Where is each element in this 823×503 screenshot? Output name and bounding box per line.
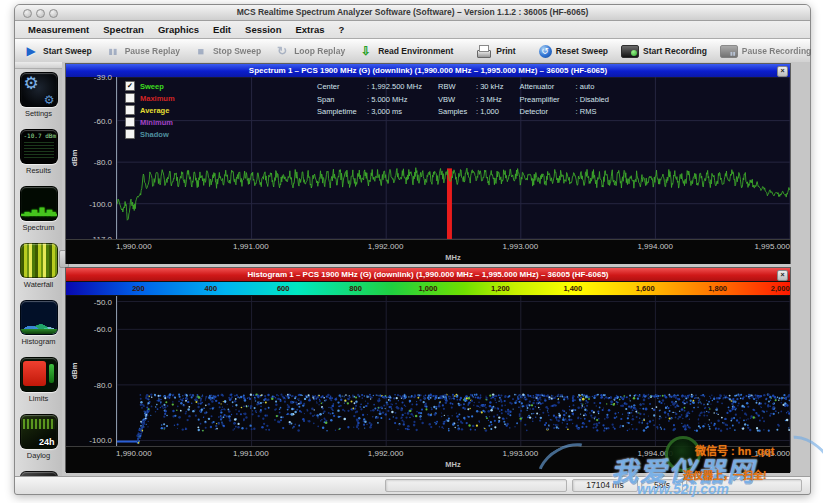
x-tick-label: 1,990.000: [116, 242, 152, 251]
info-row: Detector: RMS: [520, 106, 609, 119]
start-recording-icon: [621, 45, 639, 58]
y-tick-label: -60.0: [94, 325, 112, 334]
info-row: Samples: 1,000: [438, 106, 504, 119]
info-value: : Disabled: [576, 95, 609, 104]
info-row: Span: 5.000 MHz: [317, 94, 422, 107]
sidebar-item-label: Waterfall: [15, 280, 62, 289]
info-value: : 3,000 ms: [367, 107, 402, 116]
histogram-y-axis-label: dBm: [70, 363, 79, 380]
info-label: Sampletime: [317, 106, 367, 119]
toolbar-button-stop-sweep[interactable]: Stop Sweep: [193, 44, 261, 59]
spectrum-close-icon[interactable]: ×: [777, 66, 788, 77]
info-label: VBW: [438, 94, 476, 107]
results-preview-text: -10.7 dBm: [24, 132, 57, 139]
legend-item-average[interactable]: Average: [125, 104, 175, 116]
toolbar-button-read-environment[interactable]: Read Environment: [358, 44, 453, 59]
toolbar-button-label: Loop Replay: [294, 46, 345, 56]
toolbar-button-start-recording[interactable]: Start Recording: [621, 45, 707, 58]
histogram-icon: [20, 300, 58, 335]
toolbar-button-print[interactable]: Print: [476, 44, 515, 59]
application-window: MCS Realtime Spectrum Analyzer Software …: [14, 4, 811, 495]
start-sweep-icon: [23, 44, 39, 59]
content-area: Settings-10.7 dBmResultsSpectrumWaterfal…: [15, 62, 810, 477]
y-tick-label: -39.0: [94, 73, 112, 82]
histogram-panel-titlebar[interactable]: Histogram 1 – PCS 1900 MHz (G) (downlink…: [66, 268, 790, 281]
sidebar-item-daylog[interactable]: 24hDaylog: [15, 411, 62, 468]
legend-checkbox[interactable]: [125, 117, 135, 127]
status-cell: [385, 479, 567, 492]
legend-item-shadow[interactable]: Shadow: [125, 128, 175, 140]
info-value: : 3 MHz: [476, 95, 502, 104]
sidebar-item-limits[interactable]: Limits: [15, 354, 62, 411]
y-tick-label: -50.0: [94, 298, 112, 307]
toolbar-button-reset-sweep[interactable]: Reset Sweep: [539, 45, 608, 58]
window-title: MCS Realtime Spectrum Analyzer Software …: [15, 5, 810, 20]
toolbar-button-label: Start Sweep: [43, 46, 92, 56]
loop-replay-icon: [274, 44, 290, 59]
sidebar-item-waterfall[interactable]: Waterfall: [15, 240, 62, 297]
x-tick-label: 1,993.000: [503, 242, 539, 251]
reset-sweep-icon: [539, 45, 552, 58]
info-row: Center: 1,992.500 MHz: [317, 81, 422, 94]
close-window-button[interactable]: [23, 9, 32, 18]
right-gutter: [793, 62, 810, 477]
info-label: Span: [317, 94, 367, 107]
menu-item-spectran[interactable]: Spectran: [96, 21, 151, 38]
sidebar-item-histogram[interactable]: Histogram: [15, 297, 62, 354]
menu-item-measurement[interactable]: Measurement: [21, 21, 96, 38]
sidebar-item-results[interactable]: -10.7 dBmResults: [15, 126, 62, 183]
legend-checkbox[interactable]: [125, 105, 135, 115]
x-tick-label: 1,994.000: [637, 242, 673, 251]
menu-item-session[interactable]: Session: [238, 21, 288, 38]
histogram-x-axis: MHz 1,990.0001,991.0001,992.0001,993.000…: [66, 446, 790, 473]
histogram-panel: Histogram 1 – PCS 1900 MHz (G) (downlink…: [65, 267, 791, 472]
zoom-window-button[interactable]: [49, 9, 58, 18]
legend-checkbox[interactable]: [125, 129, 135, 139]
info-label: Preamplifier: [520, 94, 576, 107]
toolbar-button-label: Pause Replay: [125, 46, 180, 56]
histogram-plot[interactable]: [116, 296, 790, 446]
pause-replay-icon: [105, 44, 121, 59]
sidebar-item-label: Histogram: [15, 337, 62, 346]
menu-item-help[interactable]: ?: [332, 21, 352, 38]
legend-label: Average: [140, 106, 169, 115]
sidebar-item-spectrum[interactable]: Spectrum: [15, 183, 62, 240]
spectrum-sweep-trace: [117, 168, 790, 221]
histogram-close-icon[interactable]: ×: [777, 270, 788, 281]
sidebar-item-settings[interactable]: Settings: [15, 69, 62, 126]
colorbar-tick-label: 1,800: [708, 284, 727, 293]
sidebar: Settings-10.7 dBmResultsSpectrumWaterfal…: [15, 62, 63, 477]
toolbar-button-label: Start Recording: [643, 46, 707, 56]
colorbar-tick-label: 1,600: [636, 284, 655, 293]
legend-item-minimum[interactable]: Minimum: [125, 116, 175, 128]
toolbar-button-loop-replay[interactable]: Loop Replay: [274, 44, 345, 59]
y-tick-label: -80.0: [94, 381, 112, 390]
colorbar-tick-label: 1,200: [491, 284, 510, 293]
spectrum-info-readout: Center: 1,992.500 MHzSpan: 5.000 MHzSamp…: [317, 81, 609, 119]
y-tick-label: -80.0: [94, 158, 112, 167]
sidebar-item-label: Settings: [15, 109, 62, 118]
minimize-window-button[interactable]: [36, 9, 45, 18]
toolbar-button-start-sweep[interactable]: Start Sweep: [23, 44, 92, 59]
spectrum-panel: Spectrum 1 – PCS 1900 MHz (G) (downlink)…: [65, 63, 791, 264]
menu-item-edit[interactable]: Edit: [206, 21, 238, 38]
histogram-x-axis-label: MHz: [445, 460, 460, 469]
y-tick-label: -60.0: [94, 117, 112, 126]
spectrum-plot[interactable]: ✓SweepMaximumAverageMinimumShadow Center…: [116, 77, 790, 239]
legend-checkbox[interactable]: [125, 93, 135, 103]
info-label: Samples: [438, 106, 476, 119]
legend-item-sweep[interactable]: ✓Sweep: [125, 80, 175, 92]
menu-item-extras[interactable]: Extras: [288, 21, 331, 38]
toolbar-button-label: Pause Recording: [742, 46, 811, 56]
spectrum-y-axis: dBm -39.0-60.0-80.0-100.0-117.0: [66, 77, 116, 239]
toolbar-button-pause-replay[interactable]: Pause Replay: [105, 44, 180, 59]
colorbar-tick-label: 2,000: [771, 284, 790, 293]
legend-checkbox[interactable]: ✓: [125, 81, 135, 91]
x-tick-label: 1,995.000: [754, 449, 790, 458]
daylog-icon: 24h: [20, 414, 58, 449]
menu-item-graphics[interactable]: Graphics: [151, 21, 206, 38]
spectrum-panel-titlebar[interactable]: Spectrum 1 – PCS 1900 MHz (G) (downlink)…: [66, 64, 790, 77]
spectrum-x-axis-label: MHz: [445, 253, 460, 262]
toolbar-button-pause-recording[interactable]: Pause Recording: [720, 45, 811, 58]
legend-item-maximum[interactable]: Maximum: [125, 92, 175, 104]
